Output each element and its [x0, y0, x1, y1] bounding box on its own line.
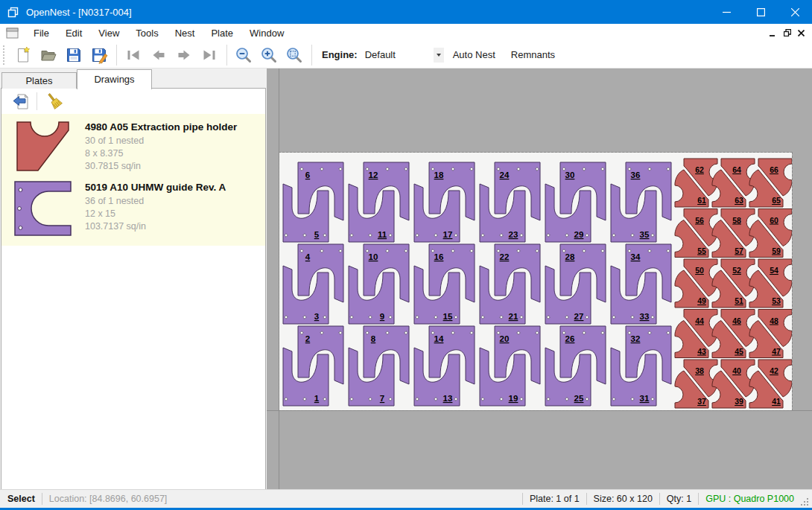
next-plate-button[interactable]	[174, 45, 194, 65]
part-number: 64	[732, 165, 741, 174]
last-plate-button[interactable]	[200, 45, 219, 65]
status-divider	[522, 493, 523, 505]
chevron-down-icon[interactable]	[434, 48, 444, 63]
save-button[interactable]	[64, 45, 83, 65]
part-number: 38	[695, 366, 704, 375]
part-number: 44	[695, 316, 704, 325]
part-number: 55	[697, 246, 706, 255]
part-number: 48	[770, 316, 778, 325]
drawing-name: 5019 A10 UHMW guide Rev. A	[85, 182, 226, 193]
toolbar-grip[interactable]	[3, 45, 4, 65]
list-item[interactable]: 4980 A05 Extraction pipe holder 30 of 1 …	[1, 117, 265, 177]
part-number: 21	[509, 312, 518, 321]
part-number: 9	[380, 312, 384, 321]
menu-item-window[interactable]: Window	[241, 25, 292, 41]
part-number: 32	[631, 334, 641, 343]
document-window-icon	[6, 28, 19, 39]
mdi-minimize-icon[interactable]	[766, 27, 780, 39]
part-number: 43	[697, 347, 706, 356]
tab-drawings[interactable]: Drawings	[77, 69, 152, 89]
status-size: Size: 60 x 120	[594, 494, 653, 504]
toolbar-separator	[311, 45, 312, 66]
menu-item-tools[interactable]: Tools	[127, 25, 166, 41]
part-number: 29	[574, 230, 584, 239]
resize-grip[interactable]	[799, 496, 811, 508]
mdi-close-icon[interactable]	[794, 27, 808, 39]
drawing-size: 12 x 15	[85, 208, 226, 220]
status-bar: Select Location: [84.8696, 60.6957] Plat…	[0, 489, 812, 508]
part-number: 59	[772, 246, 781, 255]
status-qty: Qty: 1	[667, 494, 691, 504]
side-panel: Plates Drawings	[0, 68, 267, 489]
maximize-button[interactable]	[743, 0, 778, 24]
part-number: 28	[565, 252, 575, 261]
drawing-name: 4980 A05 Extraction pipe holder	[85, 121, 237, 133]
panel-tabstrip: Plates Drawings	[0, 68, 267, 89]
status-plate: Plate: 1 of 1	[530, 494, 580, 504]
minimize-button[interactable]	[709, 0, 743, 24]
menu-item-file[interactable]: File	[25, 25, 57, 41]
list-item[interactable]: 5019 A10 UHMW guide Rev. A 36 of 1 neste…	[1, 177, 265, 241]
part-number: 25	[574, 394, 584, 403]
nest-canvas[interactable]: 6512111817242330293635431091615222128273…	[267, 68, 812, 489]
return-to-drawings-button[interactable]	[10, 92, 31, 112]
menu-item-view[interactable]: View	[90, 25, 127, 41]
part-number: 4	[305, 252, 311, 261]
remnants-button[interactable]: Remnants	[504, 45, 562, 64]
app-icon	[7, 6, 19, 19]
part-number: 66	[770, 165, 778, 174]
toolbar-separator	[226, 45, 227, 66]
status-mode: Select	[7, 494, 35, 504]
first-plate-button[interactable]	[124, 45, 143, 65]
status-location: Location: [84.8696, 60.6957]	[49, 494, 167, 504]
part-number: 17	[443, 230, 453, 239]
part-number: 37	[697, 397, 706, 406]
status-divider	[659, 493, 660, 505]
auto-nest-button[interactable]: Auto Nest	[446, 45, 502, 64]
part-number: 26	[565, 334, 575, 343]
engine-select[interactable]: Default	[364, 47, 444, 63]
drawings-list: 4980 A05 Extraction pipe holder 30 of 1 …	[1, 114, 265, 246]
part-number: 52	[732, 266, 741, 275]
part-number: 1	[314, 394, 320, 403]
part-number: 5	[314, 230, 320, 239]
part-number: 36	[631, 170, 641, 179]
part-number: 3	[314, 312, 319, 321]
window-title: OpenNest - [N0317-004]	[26, 7, 709, 18]
plate-sheet[interactable]: 6512111817242330293635431091615222128273…	[279, 153, 792, 410]
zoom-out-button[interactable]	[234, 45, 253, 65]
part-number: 63	[735, 196, 743, 205]
tab-plates[interactable]: Plates	[1, 72, 77, 89]
part-number: 62	[695, 165, 704, 174]
part-number: 33	[640, 312, 650, 321]
menu-item-edit[interactable]: Edit	[57, 25, 90, 41]
close-button[interactable]	[778, 0, 812, 24]
part-number: 2	[305, 334, 310, 343]
open-file-button[interactable]	[39, 45, 58, 65]
part-number: 50	[695, 266, 704, 275]
menu-bar: FileEditViewToolsNestPlateWindow	[0, 24, 812, 42]
part-number: 41	[772, 397, 781, 406]
menu-item-nest[interactable]: Nest	[167, 25, 203, 41]
previous-plate-button[interactable]	[149, 45, 168, 65]
save-as-button[interactable]	[89, 45, 109, 65]
part-number: 23	[509, 230, 518, 239]
part-number: 47	[772, 347, 781, 356]
mdi-window-controls	[766, 27, 808, 39]
part-number: 20	[500, 334, 510, 343]
engine-selected-value: Default	[364, 49, 434, 60]
zoom-in-button[interactable]	[259, 45, 279, 65]
status-divider	[586, 493, 587, 505]
clear-drawings-button[interactable]	[45, 92, 65, 112]
menu-item-plate[interactable]: Plate	[203, 25, 241, 41]
new-file-button[interactable]	[13, 45, 33, 65]
drawing-area: 103.7137 sq/in	[85, 220, 226, 233]
part-number: 16	[434, 252, 444, 261]
part-number: 54	[770, 266, 778, 275]
part-number: 40	[732, 366, 741, 375]
mdi-restore-icon[interactable]	[780, 27, 794, 39]
part-number: 31	[640, 394, 650, 403]
part-number: 35	[640, 230, 650, 239]
zoom-fit-button[interactable]	[285, 45, 304, 65]
engine-label: Engine:	[322, 49, 358, 60]
